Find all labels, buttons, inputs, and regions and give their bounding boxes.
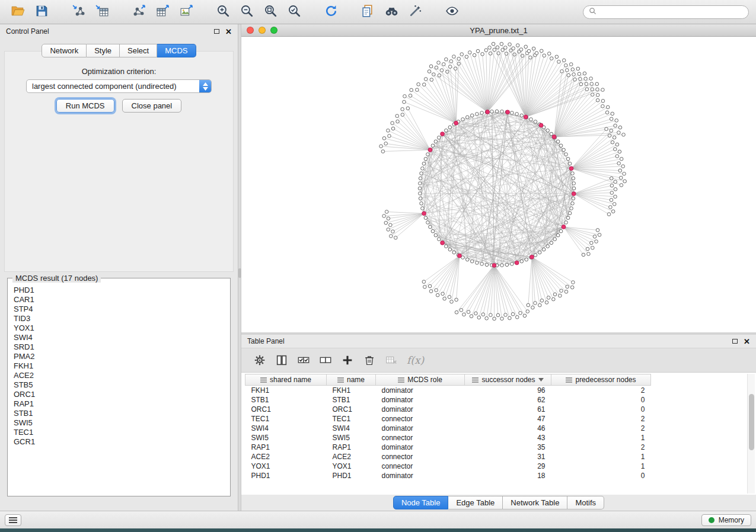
mcds-node-item[interactable]: PHD1 xyxy=(14,286,228,295)
table-row[interactable]: SWI4SWI4dominator462 xyxy=(245,424,651,433)
mcds-node-item[interactable]: PMA2 xyxy=(14,352,228,361)
minimize-window-button[interactable] xyxy=(259,27,266,34)
table-row[interactable]: ORC1ORC1dominator610 xyxy=(245,405,651,414)
refresh-view-button[interactable] xyxy=(320,2,342,21)
close-panel-icon[interactable]: ✕ xyxy=(225,28,232,36)
tab-network[interactable]: Network xyxy=(42,44,87,57)
mcds-node-item[interactable]: STB5 xyxy=(14,380,228,390)
tab-mcds[interactable]: MCDS xyxy=(157,44,196,57)
cell-MCDS-role[interactable]: dominator xyxy=(376,386,465,395)
search-network-button[interactable] xyxy=(381,2,402,21)
mcds-node-item[interactable]: YOX1 xyxy=(14,323,228,333)
cell-shared-name[interactable]: FKH1 xyxy=(245,386,327,395)
table-scrollbar-thumb[interactable] xyxy=(749,394,754,450)
network-graph[interactable] xyxy=(241,37,756,332)
cell-name[interactable]: ACE2 xyxy=(327,452,376,462)
cell-successor-nodes[interactable]: 29 xyxy=(465,462,551,471)
cell-shared-name[interactable]: TEC1 xyxy=(245,414,327,424)
select-all-icon[interactable] xyxy=(297,354,310,367)
export-table-button[interactable] xyxy=(152,2,173,21)
column-header-predecessor-nodes[interactable]: predecessor nodes xyxy=(551,374,651,386)
column-header-successor-nodes[interactable]: successor nodes xyxy=(465,374,551,386)
cell-successor-nodes[interactable]: 31 xyxy=(465,452,551,462)
cell-MCDS-role[interactable]: dominator xyxy=(376,405,465,414)
close-panel-button[interactable]: Close panel xyxy=(122,99,182,113)
cell-successor-nodes[interactable]: 46 xyxy=(465,424,551,433)
cell-successor-nodes[interactable]: 47 xyxy=(465,414,551,424)
cell-predecessor-nodes[interactable]: 1 xyxy=(551,452,651,462)
mcds-node-item[interactable]: SRD1 xyxy=(14,342,228,352)
cell-predecessor-nodes[interactable]: 2 xyxy=(551,424,651,433)
cell-predecessor-nodes[interactable]: 0 xyxy=(551,471,651,480)
mcds-node-item[interactable]: CAR1 xyxy=(14,295,228,305)
tab-motifs[interactable]: Motifs xyxy=(567,496,604,509)
cell-predecessor-nodes[interactable]: 1 xyxy=(551,462,651,471)
table-row[interactable]: PHD1PHD1dominator180 xyxy=(245,471,651,480)
cell-shared-name[interactable]: ORC1 xyxy=(245,405,327,414)
cell-predecessor-nodes[interactable]: 0 xyxy=(551,395,651,405)
cell-predecessor-nodes[interactable]: 2 xyxy=(551,443,651,452)
status-menu-button[interactable] xyxy=(5,514,21,526)
float-table-panel-icon[interactable] xyxy=(732,339,738,344)
mcds-node-item[interactable]: FKH1 xyxy=(14,361,228,371)
table-row[interactable]: SWI5SWI5connector431 xyxy=(245,433,651,443)
memory-button[interactable]: Memory xyxy=(701,514,751,526)
mcds-node-item[interactable]: SWI4 xyxy=(14,333,228,342)
table-row[interactable]: FKH1FKH1dominator962 xyxy=(245,386,651,395)
network-canvas[interactable] xyxy=(241,37,756,332)
column-chooser-icon[interactable] xyxy=(275,354,288,367)
apply-style-button[interactable] xyxy=(404,2,426,21)
cell-shared-name[interactable]: ACE2 xyxy=(245,452,327,462)
mcds-node-item[interactable]: RAP1 xyxy=(14,399,228,409)
cell-MCDS-role[interactable]: connector xyxy=(376,462,465,471)
zoom-fit-button[interactable] xyxy=(260,2,281,21)
cell-name[interactable]: TEC1 xyxy=(327,414,376,424)
cell-name[interactable]: FKH1 xyxy=(327,386,376,395)
tab-network-table[interactable]: Network Table xyxy=(503,496,567,509)
cell-name[interactable]: STB1 xyxy=(327,395,376,405)
table-row[interactable]: TEC1TEC1connector472 xyxy=(245,414,651,424)
cell-MCDS-role[interactable]: connector xyxy=(376,452,465,462)
import-table-button[interactable] xyxy=(91,2,113,21)
cell-MCDS-role[interactable]: dominator xyxy=(376,395,465,405)
import-network-button[interactable] xyxy=(68,2,89,21)
export-image-button[interactable] xyxy=(176,2,197,21)
mcds-node-item[interactable]: SWI5 xyxy=(14,418,228,428)
global-search-field[interactable] xyxy=(583,5,749,19)
tab-style[interactable]: Style xyxy=(87,44,120,57)
mcds-result-list[interactable]: PHD1CAR1STP4TID3YOX1SWI4SRD1PMA2FKH1ACE2… xyxy=(14,286,228,493)
column-header-mcds-role[interactable]: MCDS role xyxy=(376,374,465,386)
cell-MCDS-role[interactable]: connector xyxy=(376,414,465,424)
cell-shared-name[interactable]: PHD1 xyxy=(245,471,327,480)
mcds-node-item[interactable]: GCR1 xyxy=(14,437,228,447)
zoom-selected-button[interactable] xyxy=(283,2,305,21)
cell-shared-name[interactable]: SWI5 xyxy=(245,433,327,443)
maximize-window-button[interactable] xyxy=(270,27,277,34)
cell-shared-name[interactable]: SWI4 xyxy=(245,424,327,433)
tab-edge-table[interactable]: Edge Table xyxy=(448,496,503,509)
zoom-out-button[interactable] xyxy=(236,2,257,21)
cell-successor-nodes[interactable]: 35 xyxy=(465,443,551,452)
clear-selection-icon[interactable] xyxy=(319,354,332,367)
cell-successor-nodes[interactable]: 43 xyxy=(465,433,551,443)
show-hide-panels-button[interactable] xyxy=(441,2,462,21)
tab-node-table[interactable]: Node Table xyxy=(393,496,449,509)
mcds-node-item[interactable]: STB1 xyxy=(14,409,228,418)
table-scrollbar[interactable] xyxy=(747,374,755,493)
mcds-node-item[interactable]: TID3 xyxy=(14,314,228,323)
open-file-button[interactable] xyxy=(7,2,28,21)
cell-MCDS-role[interactable]: dominator xyxy=(376,424,465,433)
search-input[interactable] xyxy=(600,7,743,17)
mcds-node-item[interactable]: ORC1 xyxy=(14,390,228,399)
cell-predecessor-nodes[interactable]: 1 xyxy=(551,433,651,443)
cell-MCDS-role[interactable]: connector xyxy=(376,433,465,443)
table-row[interactable]: ACE2ACE2connector311 xyxy=(245,452,651,462)
cell-shared-name[interactable]: STB1 xyxy=(245,395,327,405)
cell-MCDS-role[interactable]: dominator xyxy=(376,443,465,452)
delete-row-icon[interactable] xyxy=(363,354,376,367)
run-mcds-button[interactable]: Run MCDS xyxy=(56,99,114,113)
table-row[interactable]: RAP1RAP1dominator352 xyxy=(245,443,651,452)
cell-name[interactable]: SWI4 xyxy=(327,424,376,433)
cell-successor-nodes[interactable]: 96 xyxy=(465,386,551,395)
settings-gear-icon[interactable] xyxy=(253,354,266,367)
